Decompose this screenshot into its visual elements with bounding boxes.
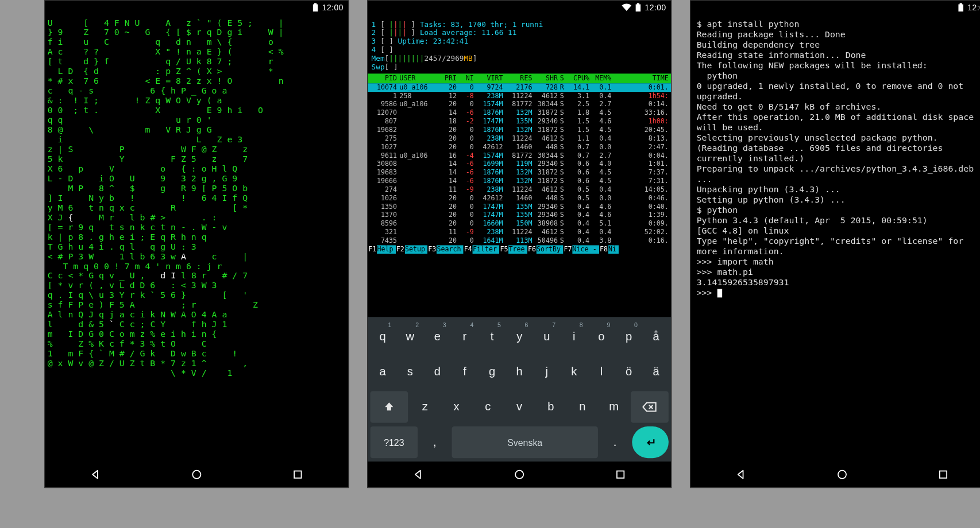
key-backspace[interactable] <box>631 391 669 423</box>
process-row[interactable]: 9586u0_a1062001574M8177230344S2.52.70:14… <box>368 100 671 109</box>
key-d[interactable]: d <box>425 356 450 387</box>
key-c[interactable]: c <box>473 391 503 423</box>
wifi-icon <box>622 3 631 11</box>
key-y[interactable]: 6y <box>507 321 531 352</box>
nav-back-icon[interactable] <box>412 468 425 480</box>
htop-process-list[interactable]: 10074u0_a10620097242176728R14.10.10:01.1… <box>368 83 671 245</box>
key-comma[interactable]: , <box>420 426 449 458</box>
phone-matrix: 12:00 U [ 4 F N U A z ` " ( E 5 ; | } 9 … <box>44 0 349 488</box>
svg-point-4 <box>838 471 846 479</box>
process-row[interactable]: 80718-21747M135M29340S1.54.61h00: <box>368 118 671 126</box>
key-ä[interactable]: ä <box>643 356 668 387</box>
process-row[interactable]: 125812-8238M112244612S3.10.41h54: <box>368 92 671 100</box>
key-o[interactable]: 9o <box>589 321 614 352</box>
process-row[interactable]: 1966614-61876M132M31872S0.64.57:31. <box>368 177 671 185</box>
process-row[interactable]: 27411-9238M112244612S0.50.414:05. <box>368 185 671 194</box>
process-row[interactable]: 85962001660M150M38908S0.45.10:09. <box>368 220 671 228</box>
key-t[interactable]: 5t <box>480 321 504 352</box>
process-row[interactable]: 275200238M112244612S1.10.48:13. <box>368 134 671 143</box>
status-clock: 12:00 <box>967 3 980 12</box>
process-row[interactable]: 13502001747M135M29340S0.44.60:40. <box>368 203 671 211</box>
key-r[interactable]: 4r <box>452 321 477 352</box>
process-row[interactable]: 13702001747M135M29340S0.44.61:39. <box>368 211 671 220</box>
nav-recents-icon[interactable] <box>615 468 627 480</box>
phone-htop: 12:00 1 [ |||| ] Tasks: 83, 1700 thr; 1 … <box>367 0 672 488</box>
svg-rect-5 <box>940 471 947 478</box>
process-row[interactable]: 1026200426121460448S0.50.00:46. <box>368 194 671 203</box>
process-row[interactable]: 196822001876M132M31872S1.54.520:45. <box>368 126 671 134</box>
nav-home-icon[interactable] <box>836 468 848 480</box>
android-nav-bar <box>45 462 348 488</box>
svg-rect-1 <box>294 471 301 478</box>
status-clock: 12:00 <box>645 3 666 12</box>
phone-shell: 12:00 $ apt install python Reading packa… <box>690 0 980 488</box>
htop-column-header[interactable]: PIDUSERPRINIVIRTRESSHRSCPU%MEM%TIME <box>368 73 671 83</box>
process-row[interactable]: 10074u0_a10620097242176728R14.10.10:01. <box>368 83 671 92</box>
key-g[interactable]: g <box>480 356 504 387</box>
status-bar: 12:00 <box>690 1 980 14</box>
key-p[interactable]: 0p <box>616 321 641 352</box>
nav-home-icon[interactable] <box>514 468 526 480</box>
svg-point-0 <box>192 471 200 479</box>
status-bar: 12:00 <box>368 1 671 14</box>
battery-icon <box>635 3 642 11</box>
key-z[interactable]: z <box>410 391 439 423</box>
process-row[interactable]: 1968314-61876M132M31872S0.64.57:37. <box>368 169 671 177</box>
key-f[interactable]: f <box>452 356 477 387</box>
status-clock: 12:00 <box>322 3 344 12</box>
shell-terminal[interactable]: $ apt install python Reading package lis… <box>690 14 980 461</box>
battery-icon <box>312 3 319 11</box>
battery-icon <box>958 3 964 11</box>
svg-point-2 <box>515 471 523 479</box>
key-a[interactable]: a <box>370 356 395 387</box>
key-i[interactable]: 8i <box>562 321 587 352</box>
key-m[interactable]: m <box>599 391 628 423</box>
key-q[interactable]: 1q <box>370 321 395 352</box>
key-e[interactable]: 3e <box>425 321 450 352</box>
process-row[interactable]: 9611u0_a10616-41574M8177230344S0.72.70:0… <box>368 152 671 160</box>
key-n[interactable]: n <box>568 391 597 423</box>
key-space[interactable]: Svenska <box>452 426 598 458</box>
key-shift[interactable] <box>370 391 408 423</box>
key-ö[interactable]: ö <box>616 356 641 387</box>
android-nav-bar <box>690 462 980 488</box>
key-l[interactable]: l <box>589 356 614 387</box>
process-row[interactable]: 1207014-61876M132M31872S1.84.533:16. <box>368 109 671 118</box>
nav-home-icon[interactable] <box>191 468 203 480</box>
status-bar: 12:00 <box>45 1 348 14</box>
process-row[interactable]: 74352001641M113M50496S0.43.80:16. <box>368 236 671 245</box>
key-symbols[interactable]: ?123 <box>370 426 418 458</box>
process-row[interactable]: 1027200426121460448S0.70.02:47. <box>368 143 671 152</box>
matrix-terminal[interactable]: U [ 4 F N U A z ` " ( E 5 ; | } 9 Z 7 0 … <box>45 14 348 461</box>
key-s[interactable]: s <box>398 356 422 387</box>
key-w[interactable]: 2w <box>398 321 422 352</box>
nav-recents-icon[interactable] <box>937 468 949 480</box>
process-row[interactable]: 32111-9238M112244612S0.40.452:02. <box>368 228 671 236</box>
key-enter[interactable] <box>632 426 669 458</box>
nav-recents-icon[interactable] <box>292 468 304 480</box>
process-row[interactable]: 3080814-61699M119M29340S0.64.01:01. <box>368 160 671 169</box>
key-b[interactable]: b <box>537 391 566 423</box>
key-k[interactable]: k <box>562 356 587 387</box>
key-u[interactable]: 7u <box>534 321 559 352</box>
nav-back-icon[interactable] <box>735 468 747 480</box>
android-nav-bar <box>368 462 671 488</box>
htop-terminal[interactable]: 1 [ |||| ] Tasks: 83, 1700 thr; 1 runni2… <box>368 14 671 317</box>
key-h[interactable]: h <box>507 356 531 387</box>
svg-rect-3 <box>617 471 624 478</box>
htop-summary: 1 [ |||| ] Tasks: 83, 1700 thr; 1 runni2… <box>368 14 671 73</box>
nav-back-icon[interactable] <box>90 468 102 480</box>
key-v[interactable]: v <box>505 391 534 423</box>
soft-keyboard[interactable]: 1q2w3e4r5t6y7u8i9o0påasdfghjklöäzxcvbnm?… <box>368 317 671 461</box>
htop-function-keys[interactable]: F1HelpF2SetupF3SearchF4FilterF5TreeF6Sor… <box>368 245 671 254</box>
key-dot[interactable]: . <box>600 426 630 458</box>
key-x[interactable]: x <box>442 391 471 423</box>
key-å[interactable]: å <box>643 321 668 352</box>
key-j[interactable]: j <box>534 356 559 387</box>
